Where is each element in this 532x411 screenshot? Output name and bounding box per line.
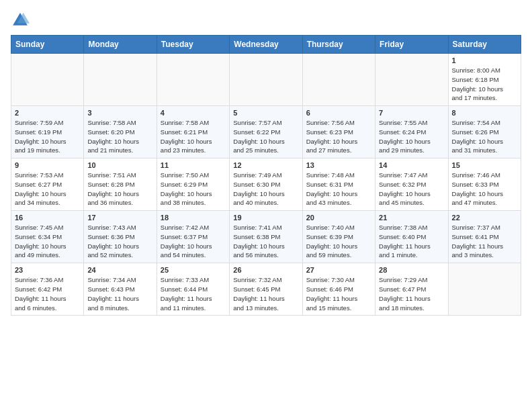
weekday-header: Thursday (302, 36, 375, 54)
calendar-cell: 22Sunrise: 7:37 AMSunset: 6:41 PMDayligh… (448, 211, 521, 263)
calendar-cell: 27Sunrise: 7:30 AMSunset: 6:46 PMDayligh… (302, 263, 375, 316)
day-number: 10 (87, 161, 152, 169)
day-info: Sunrise: 7:36 AMSunset: 6:42 PMDaylight:… (15, 275, 80, 312)
day-number: 27 (306, 266, 371, 274)
day-number: 15 (452, 161, 517, 169)
calendar-cell (448, 263, 521, 316)
day-info: Sunrise: 7:49 AMSunset: 6:30 PMDaylight:… (233, 171, 298, 208)
day-number: 6 (306, 109, 371, 117)
weekday-header: Friday (375, 36, 448, 54)
day-number: 23 (15, 266, 80, 274)
day-info: Sunrise: 7:40 AMSunset: 6:39 PMDaylight:… (306, 223, 371, 260)
day-info: Sunrise: 7:32 AMSunset: 6:45 PMDaylight:… (233, 275, 298, 312)
day-info: Sunrise: 7:43 AMSunset: 6:36 PMDaylight:… (87, 223, 152, 260)
day-number: 21 (379, 214, 444, 222)
day-info: Sunrise: 7:51 AMSunset: 6:28 PMDaylight:… (87, 171, 152, 208)
day-number: 12 (233, 161, 298, 169)
day-number: 22 (452, 214, 517, 222)
day-number: 20 (306, 214, 371, 222)
calendar-cell: 9Sunrise: 7:53 AMSunset: 6:27 PMDaylight… (11, 158, 84, 211)
day-info: Sunrise: 7:48 AMSunset: 6:31 PMDaylight:… (306, 171, 371, 208)
day-number: 13 (306, 161, 371, 169)
day-info: Sunrise: 7:58 AMSunset: 6:21 PMDaylight:… (161, 118, 226, 155)
day-info: Sunrise: 7:37 AMSunset: 6:41 PMDaylight:… (452, 223, 517, 260)
calendar-cell: 1Sunrise: 8:00 AMSunset: 6:18 PMDaylight… (448, 54, 521, 106)
calendar-cell (302, 54, 375, 106)
calendar-cell: 13Sunrise: 7:48 AMSunset: 6:31 PMDayligh… (302, 158, 375, 211)
day-info: Sunrise: 7:59 AMSunset: 6:19 PMDaylight:… (15, 118, 80, 155)
calendar-cell: 4Sunrise: 7:58 AMSunset: 6:21 PMDaylight… (157, 106, 229, 158)
calendar-cell (11, 54, 84, 106)
day-number: 8 (452, 109, 517, 117)
day-info: Sunrise: 7:29 AMSunset: 6:47 PMDaylight:… (379, 275, 444, 312)
calendar-cell: 24Sunrise: 7:34 AMSunset: 6:43 PMDayligh… (84, 263, 157, 316)
day-number: 19 (233, 214, 298, 222)
calendar-cell: 28Sunrise: 7:29 AMSunset: 6:47 PMDayligh… (375, 263, 448, 316)
calendar-cell (230, 54, 302, 106)
calendar-cell: 20Sunrise: 7:40 AMSunset: 6:39 PMDayligh… (302, 211, 375, 263)
calendar-cell: 3Sunrise: 7:58 AMSunset: 6:20 PMDaylight… (84, 106, 157, 158)
day-info: Sunrise: 7:42 AMSunset: 6:37 PMDaylight:… (161, 223, 226, 260)
calendar-header-row: SundayMondayTuesdayWednesdayThursdayFrid… (11, 36, 521, 54)
calendar-cell: 18Sunrise: 7:42 AMSunset: 6:37 PMDayligh… (157, 211, 229, 263)
day-number: 3 (87, 109, 152, 117)
weekday-header: Monday (84, 36, 157, 54)
day-number: 2 (15, 109, 80, 117)
calendar-week-row: 2Sunrise: 7:59 AMSunset: 6:19 PMDaylight… (11, 106, 521, 158)
calendar-cell (157, 54, 229, 106)
day-info: Sunrise: 7:46 AMSunset: 6:33 PMDaylight:… (452, 171, 517, 208)
day-number: 28 (379, 266, 444, 274)
calendar-cell: 8Sunrise: 7:54 AMSunset: 6:26 PMDaylight… (448, 106, 521, 158)
day-info: Sunrise: 8:00 AMSunset: 6:18 PMDaylight:… (452, 66, 517, 103)
day-info: Sunrise: 7:53 AMSunset: 6:27 PMDaylight:… (15, 171, 80, 208)
calendar-cell: 23Sunrise: 7:36 AMSunset: 6:42 PMDayligh… (11, 263, 84, 316)
calendar-cell: 12Sunrise: 7:49 AMSunset: 6:30 PMDayligh… (230, 158, 302, 211)
day-number: 1 (452, 56, 517, 64)
day-number: 17 (87, 214, 152, 222)
day-info: Sunrise: 7:54 AMSunset: 6:26 PMDaylight:… (452, 118, 517, 155)
calendar-cell: 11Sunrise: 7:50 AMSunset: 6:29 PMDayligh… (157, 158, 229, 211)
day-info: Sunrise: 7:33 AMSunset: 6:44 PMDaylight:… (161, 275, 226, 312)
calendar-week-row: 16Sunrise: 7:45 AMSunset: 6:34 PMDayligh… (11, 211, 521, 263)
weekday-header: Saturday (448, 36, 521, 54)
day-info: Sunrise: 7:57 AMSunset: 6:22 PMDaylight:… (233, 118, 298, 155)
calendar-cell: 16Sunrise: 7:45 AMSunset: 6:34 PMDayligh… (11, 211, 84, 263)
calendar-cell: 26Sunrise: 7:32 AMSunset: 6:45 PMDayligh… (230, 263, 302, 316)
calendar-cell: 19Sunrise: 7:41 AMSunset: 6:38 PMDayligh… (230, 211, 302, 263)
calendar-cell: 15Sunrise: 7:46 AMSunset: 6:33 PMDayligh… (448, 158, 521, 211)
weekday-header: Sunday (11, 36, 84, 54)
day-info: Sunrise: 7:50 AMSunset: 6:29 PMDaylight:… (161, 171, 226, 208)
day-number: 5 (233, 109, 298, 117)
day-info: Sunrise: 7:58 AMSunset: 6:20 PMDaylight:… (87, 118, 152, 155)
calendar-cell: 17Sunrise: 7:43 AMSunset: 6:36 PMDayligh… (84, 211, 157, 263)
day-number: 26 (233, 266, 298, 274)
calendar-cell: 25Sunrise: 7:33 AMSunset: 6:44 PMDayligh… (157, 263, 229, 316)
calendar-cell: 5Sunrise: 7:57 AMSunset: 6:22 PMDaylight… (230, 106, 302, 158)
day-number: 18 (161, 214, 226, 222)
day-number: 4 (161, 109, 226, 117)
calendar-week-row: 9Sunrise: 7:53 AMSunset: 6:27 PMDaylight… (11, 158, 521, 211)
calendar-cell: 21Sunrise: 7:38 AMSunset: 6:40 PMDayligh… (375, 211, 448, 263)
calendar-cell: 10Sunrise: 7:51 AMSunset: 6:28 PMDayligh… (84, 158, 157, 211)
day-number: 14 (379, 161, 444, 169)
logo (11, 11, 31, 30)
calendar-cell: 7Sunrise: 7:55 AMSunset: 6:24 PMDaylight… (375, 106, 448, 158)
day-info: Sunrise: 7:55 AMSunset: 6:24 PMDaylight:… (379, 118, 444, 155)
weekday-header: Tuesday (157, 36, 229, 54)
day-number: 25 (161, 266, 226, 274)
weekday-header: Wednesday (230, 36, 302, 54)
calendar-cell: 6Sunrise: 7:56 AMSunset: 6:23 PMDaylight… (302, 106, 375, 158)
calendar-week-row: 1Sunrise: 8:00 AMSunset: 6:18 PMDaylight… (11, 54, 521, 106)
day-info: Sunrise: 7:34 AMSunset: 6:43 PMDaylight:… (87, 275, 152, 312)
day-number: 7 (379, 109, 444, 117)
day-number: 9 (15, 161, 80, 169)
day-info: Sunrise: 7:30 AMSunset: 6:46 PMDaylight:… (306, 275, 371, 312)
day-info: Sunrise: 7:41 AMSunset: 6:38 PMDaylight:… (233, 223, 298, 260)
day-info: Sunrise: 7:38 AMSunset: 6:40 PMDaylight:… (379, 223, 444, 260)
day-number: 11 (161, 161, 226, 169)
logo-icon (11, 11, 30, 30)
calendar-cell (84, 54, 157, 106)
day-number: 16 (15, 214, 80, 222)
day-info: Sunrise: 7:47 AMSunset: 6:32 PMDaylight:… (379, 171, 444, 208)
day-info: Sunrise: 7:56 AMSunset: 6:23 PMDaylight:… (306, 118, 371, 155)
